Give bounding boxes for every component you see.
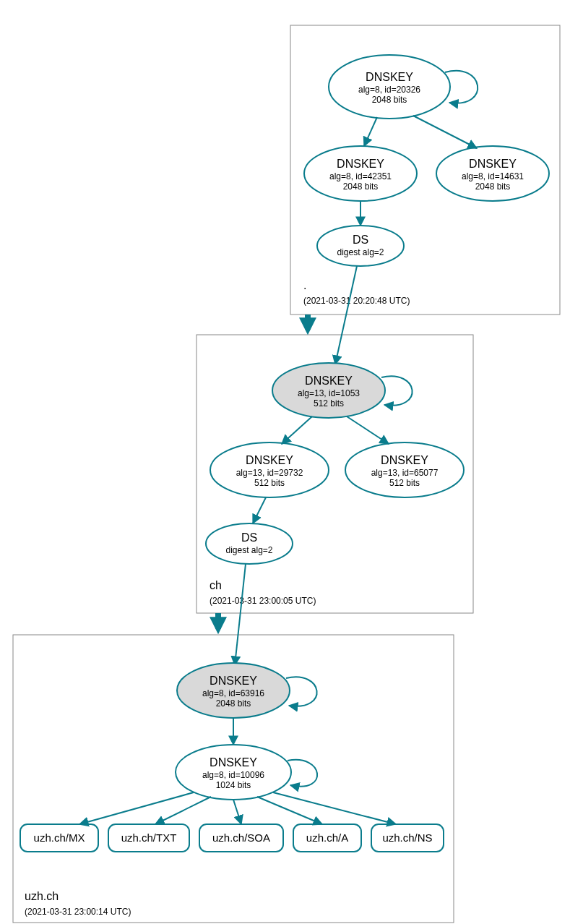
dnskey-root-zsk1: DNSKEY alg=8, id=42351 2048 bits — [304, 146, 417, 201]
edge-zsk-ns — [273, 792, 396, 824]
ds-ch: DS digest alg=2 — [206, 523, 293, 564]
svg-text:DNSKEY: DNSKEY — [210, 675, 257, 687]
svg-point-14 — [317, 226, 404, 266]
edge-zsk-soa — [233, 800, 241, 824]
svg-text:uzh.ch/SOA: uzh.ch/SOA — [212, 831, 270, 844]
svg-text:alg=8, id=20326: alg=8, id=20326 — [358, 85, 420, 95]
dnskey-root-ksk: DNSKEY alg=8, id=20326 2048 bits — [329, 55, 450, 119]
svg-text:2048 bits: 2048 bits — [372, 95, 407, 105]
edge-chds-uzhksk — [235, 564, 246, 665]
ds-root: DS digest alg=2 — [317, 226, 404, 266]
svg-text:1024 bits: 1024 bits — [216, 780, 251, 790]
rrset-soa: uzh.ch/SOA — [199, 824, 283, 852]
svg-text:DNSKEY: DNSKEY — [210, 756, 257, 769]
svg-text:512 bits: 512 bits — [389, 478, 420, 488]
svg-text:DNSKEY: DNSKEY — [337, 158, 384, 170]
zone-ch-ts: (2021-03-31 23:00:05 UTC) — [210, 596, 316, 606]
rrset-ns: uzh.ch/NS — [371, 824, 444, 852]
svg-text:alg=13, id=1053: alg=13, id=1053 — [298, 388, 360, 398]
edge-chksk-zsk2 — [347, 416, 389, 444]
rrset-mx: uzh.ch/MX — [20, 824, 98, 852]
svg-text:2048 bits: 2048 bits — [216, 698, 251, 709]
svg-text:DNSKEY: DNSKEY — [305, 375, 353, 387]
zone-ch: ch (2021-03-31 23:00:05 UTC) DNSKEY alg=… — [197, 266, 473, 613]
dnskey-ch-ksk: DNSKEY alg=13, id=1053 512 bits — [272, 363, 385, 418]
svg-text:2048 bits: 2048 bits — [475, 181, 511, 192]
dnskey-uzh-zsk: DNSKEY alg=8, id=10096 1024 bits — [176, 745, 291, 800]
rrset-a: uzh.ch/A — [293, 824, 361, 852]
zone-ch-label: ch — [210, 579, 222, 591]
edge-zsk-mx — [79, 792, 194, 824]
svg-point-30 — [206, 523, 293, 564]
svg-text:digest alg=2: digest alg=2 — [337, 247, 384, 257]
svg-text:DS: DS — [353, 234, 368, 246]
edge-chzsk1-chds — [253, 497, 266, 523]
svg-text:DNSKEY: DNSKEY — [381, 454, 428, 466]
edge-rootksk-zsk1 — [364, 117, 377, 146]
edge-uzh-ksk-self — [286, 677, 317, 706]
svg-text:alg=13, id=29732: alg=13, id=29732 — [236, 468, 303, 478]
svg-text:512 bits: 512 bits — [314, 398, 344, 408]
edge-rootds-chksk — [335, 266, 357, 364]
zone-uzh-ts: (2021-03-31 23:00:14 UTC) — [25, 907, 131, 917]
dnskey-ch-zsk1: DNSKEY alg=13, id=29732 512 bits — [210, 442, 329, 497]
svg-text:DNSKEY: DNSKEY — [366, 71, 413, 83]
svg-text:alg=8, id=42351: alg=8, id=42351 — [329, 171, 392, 181]
edge-zsk-a — [257, 797, 322, 824]
svg-text:DNSKEY: DNSKEY — [469, 158, 517, 170]
zone-root: . (2021-03-31 20:20:48 UTC) DNSKEY alg=8… — [290, 25, 560, 315]
dnskey-uzh-ksk: DNSKEY alg=8, id=63916 2048 bits — [177, 663, 290, 718]
svg-text:digest alg=2: digest alg=2 — [225, 545, 272, 555]
rrset-txt: uzh.ch/TXT — [108, 824, 189, 852]
svg-text:DNSKEY: DNSKEY — [246, 454, 293, 466]
svg-text:alg=8, id=10096: alg=8, id=10096 — [202, 770, 264, 780]
svg-text:alg=8, id=63916: alg=8, id=63916 — [202, 688, 264, 698]
svg-text:uzh.ch/TXT: uzh.ch/TXT — [121, 831, 177, 844]
dnskey-root-zsk2: DNSKEY alg=8, id=14631 2048 bits — [436, 146, 549, 201]
svg-text:alg=8, id=14631: alg=8, id=14631 — [462, 171, 524, 181]
zone-root-ts: (2021-03-31 20:20:48 UTC) — [303, 296, 410, 306]
svg-text:alg=13, id=65077: alg=13, id=65077 — [371, 468, 439, 478]
svg-text:uzh.ch/MX: uzh.ch/MX — [34, 831, 85, 844]
zone-root-label: . — [303, 279, 306, 291]
zone-uzh: uzh.ch (2021-03-31 23:00:14 UTC) DNSKEY … — [13, 564, 454, 923]
rrset-row: uzh.ch/MX uzh.ch/TXT uzh.ch/SOA uzh.ch/A… — [20, 824, 444, 852]
edge-rootksk-zsk2 — [413, 116, 477, 148]
svg-text:uzh.ch/NS: uzh.ch/NS — [382, 831, 432, 844]
svg-text:512 bits: 512 bits — [254, 478, 285, 488]
edge-chksk-zsk1 — [282, 416, 312, 444]
svg-text:uzh.ch/A: uzh.ch/A — [306, 831, 348, 844]
dnskey-ch-zsk2: DNSKEY alg=13, id=65077 512 bits — [345, 442, 464, 497]
svg-text:DS: DS — [241, 531, 257, 544]
edge-ch-ksk-self — [381, 376, 413, 405]
zone-uzh-label: uzh.ch — [25, 890, 59, 902]
svg-text:2048 bits: 2048 bits — [343, 181, 379, 192]
edge-uzh-zsk-self — [288, 760, 317, 787]
